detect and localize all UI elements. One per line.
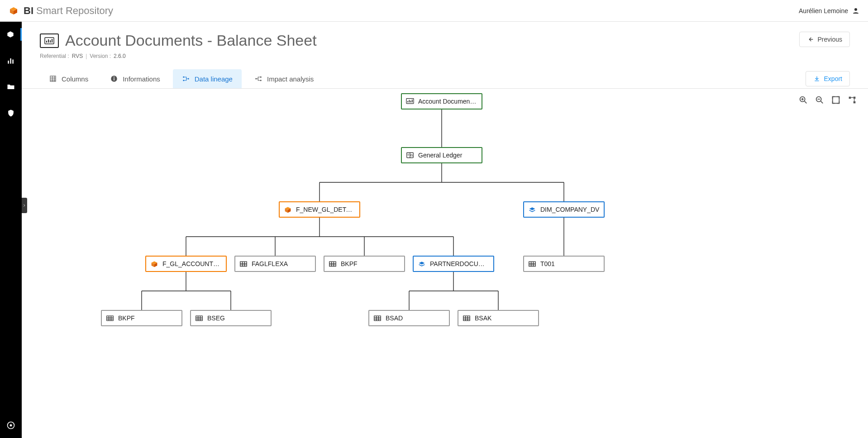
previous-button[interactable]: Previous <box>799 32 850 47</box>
node-f_gl_acct[interactable]: F_GL_ACCOUNT_D… <box>145 256 227 272</box>
lineage-icon <box>182 75 190 83</box>
folder-icon <box>6 82 15 91</box>
node-f_new_gl[interactable]: F_NEW_GL_DETAIL… <box>279 201 360 218</box>
node-type-table-icon <box>195 314 204 322</box>
lineage-canvas[interactable]: Account Document…General LedgerF_NEW_GL_… <box>22 89 868 438</box>
tab-label: Columns <box>62 75 88 83</box>
node-label: Account Document… <box>418 98 478 105</box>
node-type-layer-icon <box>417 260 426 267</box>
report-icon <box>40 33 59 48</box>
side-nav <box>0 22 22 438</box>
footer-logo-icon <box>6 421 15 430</box>
node-label: DIM_COMPANY_DV <box>540 206 600 213</box>
node-gl[interactable]: General Ledger <box>401 147 482 163</box>
fit-button[interactable] <box>831 95 841 105</box>
canvas-toolbar <box>798 95 857 105</box>
node-type-layer-icon <box>528 206 537 213</box>
nav-shield[interactable] <box>0 107 22 119</box>
node-bkpf2[interactable]: BKPF <box>101 310 182 326</box>
node-type-cube-icon <box>150 260 159 267</box>
shield-icon <box>6 109 15 118</box>
tree-icon <box>847 95 857 105</box>
zoom-out-icon <box>815 95 825 105</box>
zoom-out-button[interactable] <box>815 95 825 105</box>
node-label: F_NEW_GL_DETAIL… <box>296 206 356 213</box>
node-bseg[interactable]: BSEG <box>190 310 272 326</box>
tab-impact-analysis[interactable]: Impact analysis <box>245 69 323 88</box>
page-meta: Referential : RVS | Version : 2.6.0 <box>40 53 317 59</box>
node-label: PARTNERDOCUME… <box>430 260 490 267</box>
grid-icon <box>49 75 57 83</box>
page-title-row: Account Documents - Balance Sheet <box>40 32 317 49</box>
node-faglflexa[interactable]: FAGLFLEXA <box>234 256 316 272</box>
person-icon <box>852 7 860 15</box>
node-label: BSAK <box>475 314 534 322</box>
node-label: BKPF <box>118 314 178 322</box>
zoom-in-button[interactable] <box>798 95 808 105</box>
tab-columns[interactable]: Columns <box>40 69 97 88</box>
node-bkpf1[interactable]: BKPF <box>324 256 405 272</box>
previous-button-label: Previous <box>818 36 842 43</box>
node-t001[interactable]: T001 <box>523 256 605 272</box>
node-label: General Ledger <box>418 152 478 159</box>
tab-label: Data lineage <box>195 75 233 83</box>
brand-logo-icon <box>8 5 19 16</box>
tab-label: Impact analysis <box>267 75 314 83</box>
user-menu[interactable]: Aurélien Lemoine <box>799 7 860 15</box>
node-type-table-icon <box>528 260 537 267</box>
node-type-table-icon <box>239 260 248 267</box>
nav-footer-logo[interactable] <box>0 419 22 432</box>
node-partnerdoc[interactable]: PARTNERDOCUME… <box>413 256 494 272</box>
tab-informations[interactable]: Informations <box>101 69 169 88</box>
node-label: F_GL_ACCOUNT_D… <box>162 260 222 267</box>
download-icon <box>813 75 820 82</box>
bar-chart-icon <box>6 56 15 65</box>
tab-label: Informations <box>123 75 160 83</box>
node-label: BKPF <box>341 260 401 267</box>
node-type-table-icon <box>105 314 114 322</box>
node-type-table-icon <box>462 314 471 322</box>
fit-icon <box>831 95 841 105</box>
cube-icon <box>6 30 15 39</box>
node-type-table-icon <box>373 314 382 322</box>
tabs: ColumnsInformationsData lineageImpact an… <box>40 69 323 88</box>
brand-text: BI Smart Repository <box>24 5 113 17</box>
brand: BI Smart Repository <box>8 5 113 17</box>
arrow-left-icon <box>807 36 814 43</box>
referential-label: Referential : <box>40 53 69 59</box>
node-bsad[interactable]: BSAD <box>368 310 450 326</box>
node-root[interactable]: Account Document… <box>401 93 482 110</box>
zoom-in-icon <box>798 95 808 105</box>
nav-cube[interactable] <box>0 28 22 41</box>
version-value: 2.6.0 <box>114 53 126 59</box>
tab-data-lineage[interactable]: Data lineage <box>173 69 242 88</box>
export-button-label: Export <box>824 75 842 82</box>
export-button[interactable]: Export <box>806 71 850 86</box>
referential-value: RVS <box>72 53 83 59</box>
node-label: T001 <box>540 260 600 267</box>
node-type-table-icon <box>328 260 337 267</box>
topbar: BI Smart Repository Aurélien Lemoine <box>0 0 868 22</box>
version-label: Version : <box>90 53 111 59</box>
page-title: Account Documents - Balance Sheet <box>65 32 317 49</box>
node-label: BSEG <box>207 314 267 322</box>
impact-icon <box>254 75 262 83</box>
user-name: Aurélien Lemoine <box>799 7 848 14</box>
node-type-book-icon <box>405 152 415 159</box>
node-label: FAGLFLEXA <box>252 260 311 267</box>
node-type-report-icon <box>405 98 415 105</box>
node-type-cube-icon <box>283 206 292 213</box>
nav-chart[interactable] <box>0 54 22 67</box>
tree-toggle-button[interactable] <box>847 95 857 105</box>
node-label: BSAD <box>386 314 445 322</box>
info-icon <box>110 75 118 83</box>
node-dim_company[interactable]: DIM_COMPANY_DV <box>523 201 605 218</box>
nav-folder[interactable] <box>0 81 22 93</box>
node-bsak[interactable]: BSAK <box>458 310 539 326</box>
